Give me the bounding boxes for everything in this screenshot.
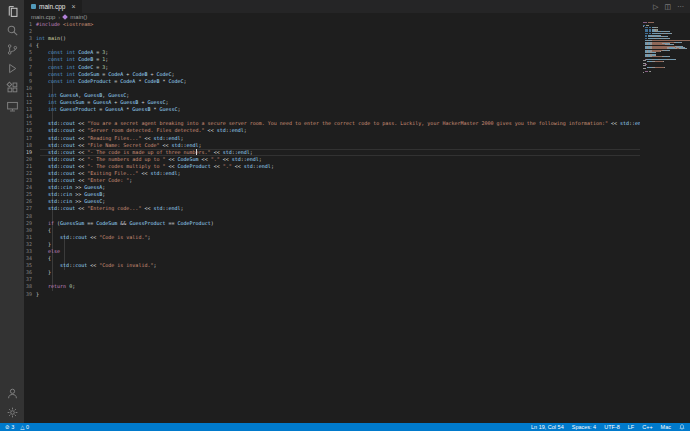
code-line[interactable]: 18 std::cout << "File Name: Secret Code"… bbox=[24, 142, 690, 149]
more-actions-icon[interactable]: ⋯ bbox=[677, 3, 684, 11]
code-line[interactable]: 33 else bbox=[24, 248, 690, 255]
line-number[interactable]: 36 bbox=[24, 269, 36, 276]
line-number[interactable]: 14 bbox=[24, 113, 36, 120]
line-number[interactable]: 17 bbox=[24, 135, 36, 142]
code-line[interactable]: 5 const int CodeA = 3; bbox=[24, 49, 690, 56]
line-number[interactable]: 23 bbox=[24, 177, 36, 184]
line-number[interactable]: 15 bbox=[24, 120, 36, 127]
line-number[interactable]: 24 bbox=[24, 184, 36, 191]
line-number[interactable]: 16 bbox=[24, 127, 36, 134]
line-number[interactable]: 32 bbox=[24, 241, 36, 248]
line-number[interactable]: 7 bbox=[24, 64, 36, 71]
errors-indicator[interactable]: ⊘ 3 bbox=[5, 423, 14, 431]
code-line[interactable]: 26 std::cin >> GuessC; bbox=[24, 198, 690, 205]
line-number[interactable]: 38 bbox=[24, 283, 36, 290]
indentation[interactable]: Spaces: 4 bbox=[572, 423, 596, 431]
explorer-icon[interactable] bbox=[6, 5, 19, 18]
code-line[interactable]: 3int main() bbox=[24, 35, 690, 42]
line-number[interactable]: 39 bbox=[24, 291, 36, 298]
code-line[interactable]: 25 std::cin >> GuessB; bbox=[24, 191, 690, 198]
code-line[interactable]: 12 int GuessSum = GuessA + GuessB + Gues… bbox=[24, 99, 690, 106]
code-line[interactable]: 17 std::cout << "Reading Files..." << st… bbox=[24, 135, 690, 142]
line-number[interactable]: 4 bbox=[24, 42, 36, 49]
code-line[interactable]: 13 int GuessProduct = GuessA * GuessB * … bbox=[24, 106, 690, 113]
account-icon[interactable] bbox=[6, 387, 19, 400]
extensions-icon[interactable] bbox=[6, 81, 19, 94]
code-line[interactable]: 16 std::cout << "Server room detected. F… bbox=[24, 127, 690, 134]
line-number[interactable]: 18 bbox=[24, 142, 36, 149]
search-icon[interactable] bbox=[6, 24, 19, 37]
line-number[interactable]: 37 bbox=[24, 276, 36, 283]
breadcrumb-file[interactable]: main.cpp bbox=[31, 14, 55, 20]
line-number[interactable]: 2 bbox=[24, 28, 36, 35]
encoding[interactable]: UTF-8 bbox=[604, 423, 620, 431]
code-line[interactable]: 9 const int CodeProduct = CodeA * CodeB … bbox=[24, 78, 690, 85]
code-line[interactable]: 21 std::cout << "- The codes multiply to… bbox=[24, 163, 690, 170]
split-editor-icon[interactable]: ◫ bbox=[664, 3, 671, 11]
line-number[interactable]: 33 bbox=[24, 248, 36, 255]
line-number[interactable]: 19 bbox=[24, 149, 36, 156]
line-number[interactable]: 10 bbox=[24, 85, 36, 92]
code-line[interactable]: 23 std::cout << "Enter Code: "; bbox=[24, 177, 690, 184]
code-line[interactable]: 1#include <iostream> bbox=[24, 21, 690, 28]
line-number[interactable]: 28 bbox=[24, 213, 36, 220]
run-icon[interactable]: ▷ bbox=[653, 3, 658, 11]
code-line[interactable]: 37 bbox=[24, 276, 690, 283]
code-line[interactable]: 2 bbox=[24, 28, 690, 35]
code-line[interactable]: 6 const int CodeB = 1; bbox=[24, 56, 690, 63]
line-number[interactable]: 31 bbox=[24, 234, 36, 241]
remote-explorer-icon[interactable] bbox=[6, 100, 19, 113]
code-line[interactable]: 11 int GuessA, GuessB, GuessC; bbox=[24, 92, 690, 99]
code-line[interactable]: 19 std::cout << "- The code is made up o… bbox=[24, 149, 690, 156]
breadcrumb-symbol[interactable]: main() bbox=[70, 14, 87, 20]
code-line[interactable]: 36 } bbox=[24, 269, 690, 276]
code-line[interactable]: 38 return 0; bbox=[24, 283, 690, 290]
cursor-position[interactable]: Ln 19, Col 54 bbox=[531, 423, 564, 431]
line-number[interactable]: 26 bbox=[24, 198, 36, 205]
code-line[interactable]: 24 std::cin >> GuessA; bbox=[24, 184, 690, 191]
line-number[interactable]: 13 bbox=[24, 106, 36, 113]
line-number[interactable]: 6 bbox=[24, 56, 36, 63]
line-number[interactable]: 9 bbox=[24, 78, 36, 85]
line-number[interactable]: 34 bbox=[24, 255, 36, 262]
code-line[interactable]: 32 } bbox=[24, 241, 690, 248]
code-line[interactable]: 30 { bbox=[24, 227, 690, 234]
line-number[interactable]: 25 bbox=[24, 191, 36, 198]
line-number[interactable]: 20 bbox=[24, 156, 36, 163]
line-number[interactable]: 29 bbox=[24, 220, 36, 227]
close-tab-icon[interactable]: × bbox=[71, 3, 75, 10]
line-number[interactable]: 3 bbox=[24, 35, 36, 42]
run-debug-icon[interactable] bbox=[6, 62, 19, 75]
code-line[interactable]: 4{ bbox=[24, 42, 690, 49]
code-lines[interactable]: 1#include <iostream>23int main()4{5 cons… bbox=[24, 21, 690, 423]
line-number[interactable]: 5 bbox=[24, 49, 36, 56]
line-number[interactable]: 12 bbox=[24, 99, 36, 106]
code-line[interactable]: 10 bbox=[24, 85, 690, 92]
code-line[interactable]: 35 std::cout << "Code is invalid."; bbox=[24, 262, 690, 269]
code-line[interactable]: 22 std::cout << "Exiting File..." << std… bbox=[24, 170, 690, 177]
code-line[interactable]: 8 const int CodeSum = CodeA + CodeB + Co… bbox=[24, 71, 690, 78]
line-number[interactable]: 1 bbox=[24, 21, 36, 28]
language-mode[interactable]: C++ bbox=[642, 423, 652, 431]
notifications-bell-icon[interactable] bbox=[679, 424, 685, 430]
minimap[interactable] bbox=[640, 21, 690, 423]
eol[interactable]: LF bbox=[628, 423, 634, 431]
tab-main-cpp[interactable]: main.cpp × bbox=[24, 0, 82, 13]
line-number[interactable]: 22 bbox=[24, 170, 36, 177]
code-editor[interactable]: 1#include <iostream>23int main()4{5 cons… bbox=[24, 21, 690, 423]
code-line[interactable]: 7 const int CodeC = 3; bbox=[24, 64, 690, 71]
code-line[interactable]: 14 bbox=[24, 113, 690, 120]
code-line[interactable]: 39} bbox=[24, 291, 690, 298]
code-line[interactable]: 20 std::cout << "- The numbers add up to… bbox=[24, 156, 690, 163]
code-line[interactable]: 27 std::cout << "Entering code..." << st… bbox=[24, 205, 690, 212]
line-number[interactable]: 11 bbox=[24, 92, 36, 99]
code-line[interactable]: 31 std::cout << "Code is valid."; bbox=[24, 234, 690, 241]
line-number[interactable]: 8 bbox=[24, 71, 36, 78]
code-line[interactable]: 29 if (GuessSum == CodeSum && GuessProdu… bbox=[24, 220, 690, 227]
line-number[interactable]: 30 bbox=[24, 227, 36, 234]
code-line[interactable]: 28 bbox=[24, 213, 690, 220]
code-line[interactable]: 15 std::cout << "You are a secret agent … bbox=[24, 120, 690, 127]
line-number[interactable]: 21 bbox=[24, 163, 36, 170]
cpp-configuration[interactable]: Mac bbox=[661, 423, 671, 431]
settings-icon[interactable] bbox=[6, 406, 19, 419]
